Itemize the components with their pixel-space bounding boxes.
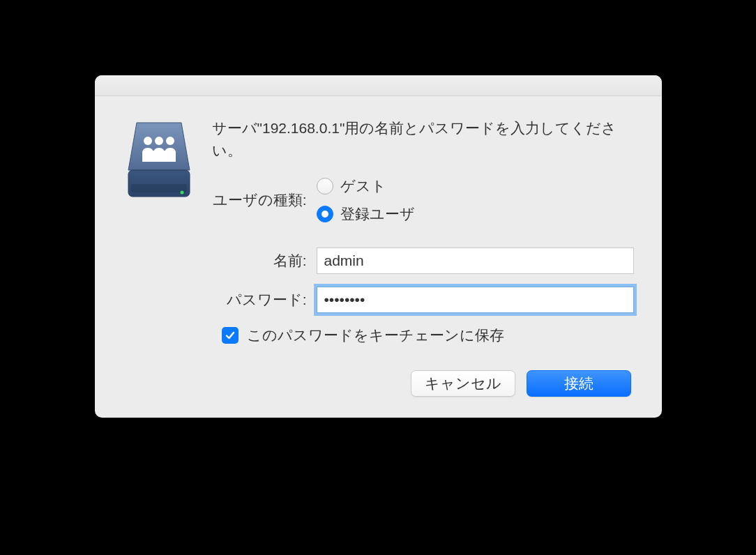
password-input[interactable] xyxy=(317,287,634,313)
radio-registered-user[interactable]: 登録ユーザ xyxy=(317,200,415,228)
svg-point-2 xyxy=(180,191,183,195)
auth-dialog: サーバ"192.168.0.1"用の名前とパスワードを入力してください。 ユーザ… xyxy=(95,75,662,418)
shared-drive-icon xyxy=(123,120,195,202)
name-label: 名前: xyxy=(212,251,317,271)
radio-registered-label: 登録ユーザ xyxy=(340,204,415,224)
remember-label: このパスワードをキーチェーンに保存 xyxy=(247,326,504,345)
name-input[interactable] xyxy=(317,248,634,274)
svg-rect-1 xyxy=(131,184,187,192)
radio-icon xyxy=(317,178,333,195)
remember-checkbox[interactable] xyxy=(222,327,239,344)
cancel-button[interactable]: キャンセル xyxy=(411,370,515,397)
svg-rect-6 xyxy=(146,151,172,153)
user-type-label: ユーザの種類: xyxy=(212,190,317,210)
svg-point-4 xyxy=(155,137,163,145)
svg-point-5 xyxy=(166,137,174,145)
password-label: パスワード: xyxy=(212,290,317,310)
dialog-titlebar xyxy=(95,75,662,96)
svg-point-3 xyxy=(144,137,152,145)
radio-guest[interactable]: ゲスト xyxy=(317,172,415,200)
connect-button[interactable]: 接続 xyxy=(527,370,631,397)
check-icon xyxy=(225,330,236,341)
dialog-prompt: サーバ"192.168.0.1"用の名前とパスワードを入力してください。 xyxy=(212,117,634,161)
radio-guest-label: ゲスト xyxy=(340,176,386,196)
radio-icon xyxy=(317,206,333,222)
